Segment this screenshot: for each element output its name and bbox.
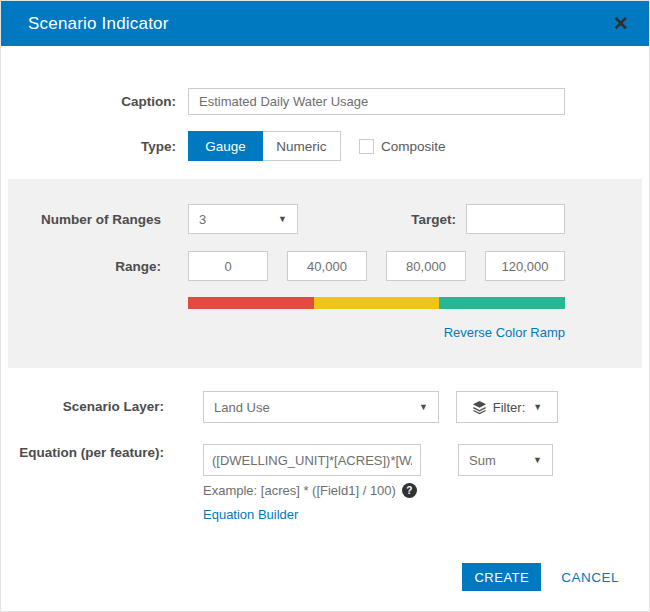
composite-label: Composite [381,139,446,154]
ranges-panel: Number of Ranges 3 ▼ Target: Range: Reve… [8,179,642,368]
layers-icon [472,400,487,415]
chevron-down-icon: ▼ [419,402,428,412]
scenario-indicator-dialog: Scenario Indicator ✕ Caption: Type: Gaug… [0,0,650,612]
reverse-color-ramp-link[interactable]: Reverse Color Ramp [444,325,565,340]
type-row: Type: Gauge Numeric Composite [1,131,649,161]
color-ramp-green-segment [439,297,565,309]
dialog-header: Scenario Indicator ✕ [1,1,649,46]
chevron-down-icon: ▼ [533,402,542,412]
number-of-ranges-dropdown[interactable]: 3 ▼ [188,204,298,234]
range-input-2[interactable] [287,251,367,281]
scenario-layer-label: Scenario Layer: [1,398,164,416]
chevron-down-icon: ▼ [533,455,542,465]
type-option-gauge[interactable]: Gauge [188,131,263,161]
range-inputs [188,251,565,281]
reverse-color-ramp-wrap: Reverse Color Ramp [188,323,565,341]
target-input[interactable] [466,204,565,234]
equation-example-text: Example: [acres] * ([Field1] / 100) [203,483,396,498]
composite-option[interactable]: Composite [359,139,446,154]
close-icon[interactable]: ✕ [613,14,629,33]
chevron-down-icon: ▼ [278,214,287,224]
equation-label: Equation (per feature): [1,444,164,462]
scenario-layer-value: Land Use [214,400,270,415]
caption-label: Caption: [1,94,176,109]
number-of-ranges-label: Number of Ranges [8,212,161,227]
number-of-ranges-value: 3 [199,212,206,227]
type-label: Type: [1,139,176,154]
number-of-ranges-row: Number of Ranges 3 ▼ Target: [8,204,642,234]
range-input-3[interactable] [386,251,466,281]
help-icon[interactable]: ? [402,483,417,498]
type-toggle: Gauge Numeric [188,131,341,161]
color-ramp [188,297,565,309]
range-input-1[interactable] [188,251,268,281]
equation-builder-link[interactable]: Equation Builder [203,507,298,522]
scenario-layer-row: Scenario Layer: Land Use ▼ Filter: ▼ [1,391,649,423]
caption-input[interactable] [188,88,565,115]
dialog-footer: CREATE CANCEL [462,563,619,591]
color-ramp-red-segment [188,297,314,309]
equation-builder-wrap: Equation Builder [203,507,421,522]
filter-button[interactable]: Filter: ▼ [456,391,558,423]
scenario-layer-dropdown[interactable]: Land Use ▼ [203,391,439,423]
range-label: Range: [8,259,161,274]
equation-column: Example: [acres] * ([Field1] / 100) ? Eq… [203,444,421,522]
filter-label: Filter: [493,400,526,415]
equation-input[interactable] [203,444,421,476]
color-ramp-yellow-segment [314,297,440,309]
range-row: Range: [8,251,642,281]
range-input-4[interactable] [485,251,565,281]
composite-checkbox[interactable] [359,139,374,154]
equation-example: Example: [acres] * ([Field1] / 100) ? [203,483,421,498]
aggregation-dropdown[interactable]: Sum ▼ [458,444,553,476]
type-option-numeric[interactable]: Numeric [263,131,341,161]
target-label: Target: [298,212,456,227]
equation-row: Equation (per feature): Example: [acres]… [1,444,649,522]
create-button[interactable]: CREATE [462,563,541,591]
dialog-title: Scenario Indicator [28,14,169,34]
aggregation-value: Sum [469,453,496,468]
cancel-button[interactable]: CANCEL [561,570,619,585]
caption-row: Caption: [1,88,649,115]
